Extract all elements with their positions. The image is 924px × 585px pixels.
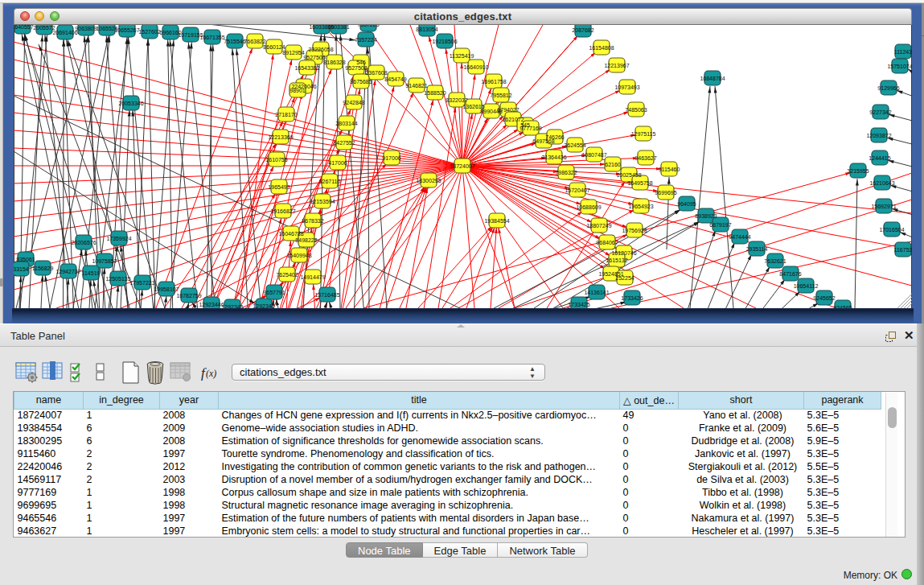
- svg-text:1965493: 1965493: [268, 184, 290, 190]
- svg-text:18807249: 18807249: [586, 223, 611, 229]
- svg-text:1292345: 1292345: [221, 304, 243, 309]
- svg-text:10958107: 10958107: [154, 286, 179, 292]
- svg-text:10975857: 10975857: [92, 258, 117, 264]
- svg-text:9463627: 9463627: [634, 155, 656, 161]
- svg-text:964095: 964095: [677, 201, 696, 207]
- svg-text:10973493: 10973493: [614, 84, 639, 90]
- svg-text:12213967: 12213967: [604, 63, 629, 68]
- svg-text:1527602: 1527602: [138, 29, 160, 35]
- svg-text:10654112: 10654112: [794, 283, 819, 289]
- svg-text:12975115: 12975115: [631, 131, 656, 137]
- svg-text:17359924: 17359924: [106, 236, 131, 241]
- svg-text:8498222: 8498222: [295, 237, 317, 243]
- svg-text:19756928: 19756928: [622, 228, 647, 233]
- svg-text:16640910: 16640910: [463, 64, 488, 70]
- svg-text:8675685: 8675685: [350, 79, 372, 84]
- svg-text:746266: 746266: [545, 134, 564, 140]
- svg-text:6794027: 6794027: [497, 107, 519, 113]
- svg-text:8267110: 8267110: [319, 179, 341, 184]
- svg-text:1244415: 1244415: [869, 155, 890, 161]
- svg-text:1615132: 1615132: [606, 257, 627, 263]
- svg-text:3215955: 3215955: [847, 168, 869, 174]
- svg-text:1621072: 1621072: [502, 117, 524, 122]
- svg-text:8813054: 8813054: [416, 27, 437, 32]
- svg-text:9777169: 9777169: [519, 126, 541, 131]
- svg-text:8678332: 8678332: [302, 218, 323, 224]
- svg-text:12093872: 12093872: [866, 133, 891, 138]
- svg-text:16120746: 16120746: [611, 250, 636, 256]
- svg-text:1610755: 1610755: [265, 157, 287, 163]
- svg-text:1588520: 1588520: [424, 90, 446, 96]
- svg-text:7357224: 7357224: [355, 37, 376, 43]
- svg-text:17016504: 17016504: [879, 227, 904, 233]
- svg-text:9527500: 9527500: [303, 55, 325, 60]
- svg-text:10807487: 10807487: [581, 152, 606, 158]
- svg-text:1292346: 1292346: [253, 303, 274, 309]
- svg-text:9115460: 9115460: [659, 167, 680, 172]
- svg-text:20691406: 20691406: [52, 30, 77, 35]
- svg-text:16210643: 16210643: [869, 180, 894, 186]
- svg-text:17957223: 17957223: [129, 280, 154, 286]
- svg-text:14914479: 14914479: [300, 274, 325, 280]
- svg-text:16543382: 16543382: [294, 65, 319, 71]
- svg-text:20053346: 20053346: [118, 101, 143, 106]
- svg-text:9227342: 9227342: [869, 109, 891, 115]
- svg-text:15692971: 15692971: [871, 204, 896, 209]
- svg-text:13716485: 13716485: [314, 292, 339, 298]
- svg-text:917006: 917006: [382, 155, 400, 161]
- svg-text:(x): (x): [206, 368, 216, 379]
- svg-text:19654923: 19654923: [628, 204, 653, 209]
- svg-text:33154: 33154: [14, 266, 29, 272]
- svg-text:20206576: 20206576: [71, 240, 96, 245]
- svg-text:18300295: 18300295: [416, 178, 441, 183]
- svg-text:2803144: 2803144: [335, 121, 357, 126]
- svg-text:7955812: 7955812: [490, 93, 511, 98]
- svg-text:7357225: 7357225: [357, 25, 379, 27]
- svg-text:252254: 252254: [615, 275, 634, 281]
- svg-text:7625402: 7625402: [276, 272, 298, 278]
- svg-text:15751074: 15751074: [887, 64, 912, 69]
- svg-text:11325419: 11325419: [450, 53, 474, 59]
- svg-text:14136141: 14136141: [584, 290, 609, 295]
- svg-text:98901: 98901: [290, 88, 306, 93]
- svg-text:8471676: 8471676: [779, 271, 801, 277]
- svg-text:8454749: 8454749: [384, 76, 406, 82]
- svg-text:12942737: 12942737: [55, 269, 80, 274]
- svg-text:9684067: 9684067: [596, 240, 618, 245]
- svg-text:12153594: 12153594: [310, 199, 335, 204]
- svg-text:8322037: 8322037: [446, 97, 467, 103]
- svg-text:3624554: 3624554: [564, 142, 585, 148]
- svg-text:7663822: 7663822: [244, 39, 265, 44]
- svg-text:16495758: 16495758: [627, 180, 652, 186]
- svg-text:8660124: 8660124: [263, 44, 285, 50]
- svg-text:9063809: 9063809: [75, 26, 97, 31]
- svg-text:8912954: 8912954: [282, 50, 304, 56]
- svg-text:9146821: 9146821: [405, 83, 427, 89]
- svg-text:2718170: 2718170: [275, 112, 297, 117]
- svg-text:1603381: 1603381: [327, 25, 349, 30]
- svg-text:8938923: 8938923: [695, 213, 717, 219]
- svg-text:12213369: 12213369: [268, 134, 293, 140]
- svg-text:10688609: 10688609: [576, 204, 601, 210]
- svg-text:417006: 417006: [328, 160, 347, 166]
- svg-text:9527508: 9527508: [345, 65, 367, 71]
- svg-text:16046788: 16046788: [278, 231, 303, 237]
- svg-text:9699695: 9699695: [655, 190, 676, 196]
- svg-text:835061: 835061: [16, 257, 35, 262]
- svg-text:62160: 62160: [605, 162, 621, 167]
- svg-text:924565: 924565: [833, 305, 852, 309]
- svg-text:6879197: 6879197: [709, 222, 731, 228]
- svg-text:9245652: 9245652: [813, 295, 835, 301]
- svg-text:546: 546: [356, 60, 366, 65]
- svg-text:7485063: 7485063: [625, 107, 647, 113]
- svg-text:7515546: 7515546: [224, 39, 245, 44]
- svg-text:111243: 111243: [894, 49, 912, 55]
- svg-text:1156829: 1156829: [32, 266, 54, 271]
- svg-text:16154808: 16154808: [589, 45, 614, 51]
- svg-text:1640557: 1640557: [14, 25, 34, 30]
- svg-text:15409948: 15409948: [286, 253, 311, 258]
- svg-text:9474444: 9474444: [729, 234, 750, 240]
- svg-text:12923446: 12923446: [199, 302, 224, 307]
- svg-text:9242848: 9242848: [343, 100, 364, 105]
- svg-text:16961758: 16961758: [481, 79, 506, 84]
